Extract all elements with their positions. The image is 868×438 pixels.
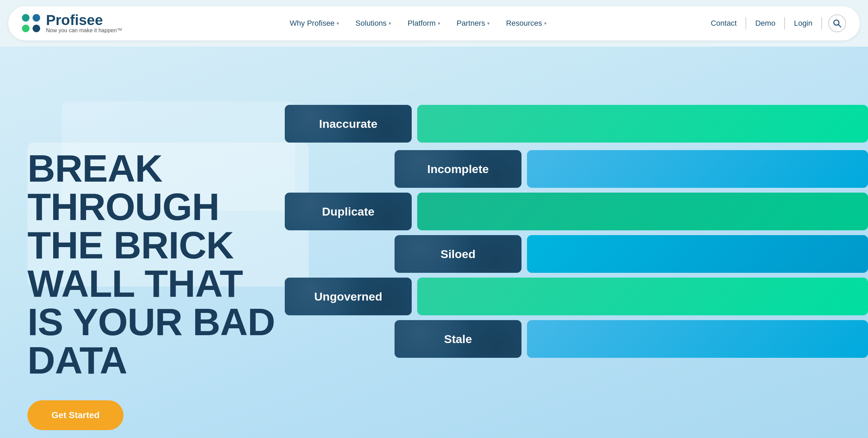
data-issues-section: Inaccurate Incomplete Duplicate Siloed: [285, 105, 868, 363]
logo-dots: [22, 14, 40, 33]
bar-row-incomplete: Incomplete: [285, 150, 868, 188]
nav-right: Contact Demo Login: [705, 14, 846, 32]
nav-why-profisee[interactable]: Why Profisee ▾: [283, 15, 346, 31]
label-siloed: Siloed: [395, 235, 521, 273]
nav-divider-3: [821, 17, 822, 29]
chevron-down-icon: ▾: [544, 21, 547, 26]
nav-demo[interactable]: Demo: [749, 15, 782, 31]
hero-text: BREAK THROUGH THE BRICK WALL THAT IS YOU…: [27, 149, 288, 430]
nav-divider-2: [784, 17, 785, 29]
nav-login[interactable]: Login: [788, 15, 819, 31]
bar-incomplete: [527, 150, 868, 188]
hero-section: BREAK THROUGH THE BRICK WALL THAT IS YOU…: [0, 47, 868, 438]
logo-brand[interactable]: Profisee: [46, 13, 122, 27]
bar-row-ungoverned: Ungoverned: [285, 278, 868, 315]
nav-wrapper: Profisee Now you can make it happen™ Why…: [8, 6, 860, 40]
cta-button[interactable]: Get Started: [27, 400, 124, 430]
nav-links: Why Profisee ▾ Solutions ▾ Platform ▾ Pa…: [132, 15, 705, 31]
label-incomplete: Incomplete: [395, 150, 521, 188]
nav-platform[interactable]: Platform ▾: [401, 15, 447, 31]
logo-dot-2: [33, 14, 40, 22]
label-inaccurate: Inaccurate: [285, 105, 412, 143]
chevron-down-icon: ▾: [438, 21, 440, 26]
bar-row-inaccurate: Inaccurate: [285, 105, 868, 143]
chevron-down-icon: ▾: [389, 21, 391, 26]
hero-headline: BREAK THROUGH THE BRICK WALL THAT IS YOU…: [27, 149, 288, 380]
label-duplicate: Duplicate: [285, 193, 412, 230]
nav-partners[interactable]: Partners ▾: [450, 15, 496, 31]
label-ungoverned: Ungoverned: [285, 278, 412, 315]
logo-dot-4: [33, 25, 40, 32]
logo-area: Profisee Now you can make it happen™: [22, 13, 132, 34]
bar-siloed: [527, 235, 868, 273]
bar-row-duplicate: Duplicate: [285, 193, 868, 230]
nav-divider-1: [746, 17, 746, 29]
chevron-down-icon: ▾: [337, 21, 339, 26]
bar-stale: [527, 320, 868, 358]
bar-row-siloed: Siloed: [285, 235, 868, 273]
nav-resources[interactable]: Resources ▾: [499, 15, 553, 31]
bar-duplicate: [417, 193, 868, 230]
label-stale: Stale: [395, 320, 521, 358]
logo-dot-3: [22, 25, 30, 32]
bar-inaccurate: [417, 105, 868, 143]
chevron-down-icon: ▾: [487, 21, 490, 26]
svg-line-1: [838, 25, 841, 27]
logo-dot-1: [22, 14, 30, 22]
logo-text: Profisee Now you can make it happen™: [46, 13, 122, 34]
bar-ungoverned: [417, 278, 868, 315]
nav-contact[interactable]: Contact: [705, 15, 743, 31]
logo-tagline: Now you can make it happen™: [46, 27, 122, 34]
search-button[interactable]: [828, 14, 846, 32]
bar-row-stale: Stale: [285, 320, 868, 358]
nav-solutions[interactable]: Solutions ▾: [349, 15, 398, 31]
